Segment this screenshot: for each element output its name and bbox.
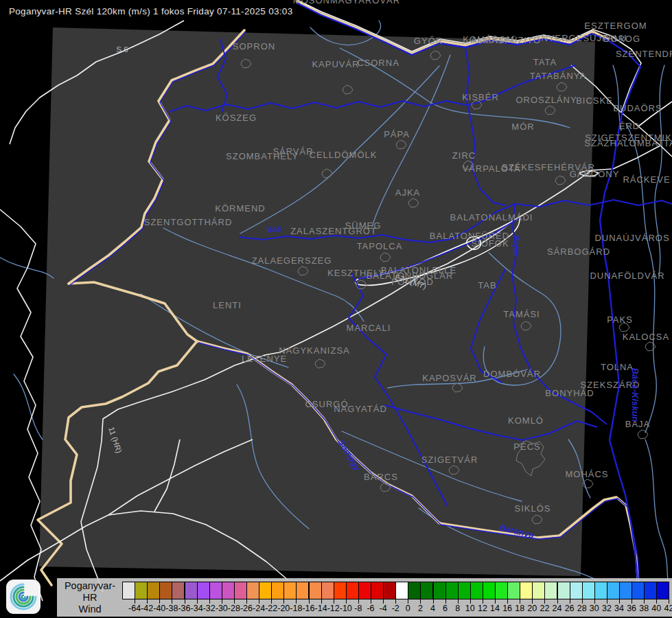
legend-tick-label: -36 bbox=[178, 604, 190, 613]
city-label: KOMLÓ bbox=[508, 415, 544, 426]
legend-color-cell bbox=[607, 582, 620, 599]
legend-color-cell bbox=[234, 582, 247, 599]
city-label: PAKS bbox=[607, 314, 633, 325]
legend-color-cell bbox=[172, 582, 185, 599]
city-label: AJKA bbox=[395, 187, 421, 198]
city-label: DUNAFÖLDVÁR bbox=[590, 271, 664, 281]
city-label: SIÓFOK bbox=[471, 238, 509, 249]
legend-tick-label: 34 bbox=[614, 604, 624, 613]
legend-tick-label: -2 bbox=[392, 604, 399, 613]
city-label: MOHÁCS bbox=[565, 469, 608, 479]
legend-color-cell bbox=[147, 582, 160, 599]
legend-color-cell bbox=[321, 582, 334, 599]
city-label: BALATONALMÁDI bbox=[450, 212, 533, 222]
legend-tick-label: -42 bbox=[141, 604, 153, 613]
legend-color-cell bbox=[222, 582, 235, 599]
city-label: CELLDÖMÖLK bbox=[310, 150, 378, 160]
legend-tick-label: 36 bbox=[627, 604, 636, 613]
legend-color-cell bbox=[483, 582, 496, 599]
legend-tick-label: -8 bbox=[354, 604, 362, 613]
city-label: MÓR bbox=[511, 122, 534, 132]
city-label: TAPOLCA bbox=[357, 241, 403, 251]
legend-tick-label: 12 bbox=[478, 604, 487, 613]
legend-color-cell bbox=[532, 582, 545, 599]
city-label: ZALASZENTGRÓT bbox=[290, 226, 377, 236]
legend-tick-label: 8 bbox=[455, 604, 460, 613]
city-label: ÉRD bbox=[619, 121, 640, 131]
legend-tick-label: -6 bbox=[367, 604, 374, 613]
legend-tick-label: -28 bbox=[228, 604, 240, 613]
city-label: LENTI bbox=[213, 300, 242, 310]
area-label: Fejér bbox=[511, 235, 522, 257]
legend-color-cell bbox=[495, 582, 508, 599]
legend-color-cell bbox=[544, 582, 557, 599]
legend-color-cell bbox=[656, 582, 669, 599]
city-label: PÉCS bbox=[513, 442, 540, 452]
city-label: ZALAEGERSZEG bbox=[252, 255, 332, 266]
city-label: TAB bbox=[478, 280, 496, 290]
legend-tick-label: 14 bbox=[490, 604, 500, 613]
city-label: SOPRON bbox=[233, 41, 275, 52]
legend-tick-label: 26 bbox=[565, 604, 575, 613]
city-label: NAGYATÁD bbox=[334, 404, 387, 414]
legend-tick-label: -14 bbox=[315, 604, 327, 613]
city-label: BUDAÖRS bbox=[613, 103, 662, 113]
legend-variable: Wind bbox=[58, 604, 121, 615]
legend-tick-label: 28 bbox=[577, 604, 587, 613]
legend-tick-label: -16 bbox=[302, 604, 314, 613]
city-label: SZENTGOTTHÁRD bbox=[144, 217, 233, 227]
legend-color-cell bbox=[159, 582, 172, 599]
cyclone-spiral-icon bbox=[6, 580, 40, 614]
legend-color-cell bbox=[458, 582, 471, 599]
legend-tick-label: -26 bbox=[240, 604, 253, 613]
legend-tick-label: 42 bbox=[664, 604, 672, 613]
legend-tick-label: -64 bbox=[128, 604, 141, 613]
legend-tick-label: 38 bbox=[639, 604, 649, 613]
legend-color-cell bbox=[309, 582, 322, 599]
legend-color-cell bbox=[594, 582, 607, 599]
city-label: KAPUVÁR bbox=[312, 59, 359, 69]
city-label: BICSKE bbox=[576, 95, 613, 106]
legend-tick-label: -32 bbox=[203, 604, 216, 613]
city-label: MOSONMAGYARÓVÁR bbox=[293, 0, 400, 5]
legend-tick-label: -18 bbox=[290, 604, 302, 613]
legend-tick-label: -24 bbox=[253, 604, 265, 613]
legend-tick-label: 4 bbox=[430, 604, 435, 613]
legend-color-cell bbox=[358, 582, 371, 599]
legend-color-cell bbox=[383, 582, 396, 599]
legend-color-cell bbox=[420, 582, 433, 599]
city-label: ESZTERGOM bbox=[584, 21, 647, 31]
legend-tick-label: 20 bbox=[527, 604, 537, 613]
city-label: DUNAÚJVÁROS bbox=[594, 233, 669, 243]
legend-tick-label: -22 bbox=[265, 604, 277, 613]
legend-tick-label: -34 bbox=[191, 604, 203, 613]
city-label: DOROG bbox=[603, 34, 640, 44]
legend-color-cell bbox=[246, 582, 259, 599]
city-label: TATA bbox=[533, 57, 557, 67]
legend-color-cell bbox=[271, 582, 284, 599]
city-label: ZIRC bbox=[452, 150, 476, 161]
city-label: CSORNA bbox=[357, 58, 399, 68]
legend-tick-label: 32 bbox=[602, 604, 612, 613]
legend-tick-label: 16 bbox=[502, 604, 512, 613]
city-label: TAMÁSI bbox=[503, 309, 540, 319]
legend-tick-label: 0 bbox=[406, 604, 410, 613]
legend-caption: Poganyvar-HR Wind m/s bbox=[58, 580, 121, 618]
city-label: KŐSZEG bbox=[216, 113, 257, 123]
city-label: SÁRBOGÁRD bbox=[547, 247, 610, 257]
legend-tick-label: 10 bbox=[465, 604, 475, 613]
legend-color-cell bbox=[346, 582, 359, 599]
legend-color-cell bbox=[408, 582, 421, 599]
legend-tick-label: 24 bbox=[553, 604, 562, 613]
legend-color-cell bbox=[570, 582, 583, 599]
legend-tick-label: 30 bbox=[590, 604, 599, 613]
legend-color-cell bbox=[445, 582, 459, 599]
city-label: SIKLÓS bbox=[515, 503, 551, 514]
legend-color-cell bbox=[619, 582, 632, 599]
city-label: KALOCSA bbox=[623, 332, 669, 342]
legend-tick-label: -12 bbox=[327, 604, 340, 613]
city-label: GYŐR bbox=[414, 36, 443, 46]
map-title: Poganyvar-HR Szél 120km (m/s) 1 fokos Fr… bbox=[9, 6, 292, 16]
city-label: GÁRDONY bbox=[570, 169, 620, 179]
city-label: NAGYKANIZSA bbox=[279, 345, 349, 356]
